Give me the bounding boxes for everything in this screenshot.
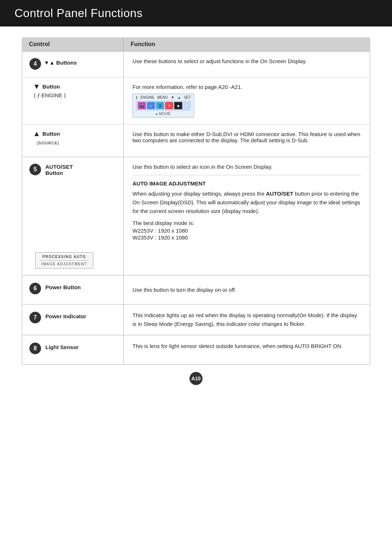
up-button-label: Button (42, 131, 60, 137)
fengine-icon-x: ✕ (165, 102, 173, 109)
page-number-badge: A10 (189, 372, 203, 385)
resolution2: W2353V : 1920 x 1080 (132, 234, 361, 241)
processing-box: PROCESSING AUTO IMAGE ADJUSTMENT (35, 252, 93, 269)
resolution1: W2253V : 1920 x 1080 (132, 228, 361, 234)
auto-image-section: AUTO IMAGE ADJUSTMENT When adjusting you… (132, 175, 361, 241)
header-function: Function (131, 41, 155, 47)
row-4-down-text: For more information, refer to page A20 … (132, 84, 242, 90)
badge-4: 4 (29, 58, 41, 70)
row-4-sub-up: ▲ Button (SOURCE) Use this button to mak… (22, 124, 370, 157)
row-5-label: AUTO/SETButton (45, 164, 73, 176)
fengine-icon-home: ⌂ (147, 102, 155, 109)
table-row-7: 7 Power Indicator This Indicator lights … (22, 304, 370, 335)
down-arrow-icon: ▼ (33, 82, 40, 91)
badge-6: 6 (29, 283, 41, 294)
row-5-control: 5 AUTO/SETButton PROCESSING AUTO IMAGE A… (22, 157, 124, 275)
auto-image-body: When adjusting your display settings, al… (132, 189, 361, 216)
fengine-display: ƒ ENGINE MENU ▼ ▲ SET 🎬 ⌂ 👤 (132, 94, 361, 118)
fengine-icon-dark: ■ (174, 102, 182, 109)
row-4-up-text: Use this button to make either D-Sub,DVI… (132, 131, 360, 143)
fengine-icon-movie: 🎬 (138, 102, 146, 109)
row-4-control: 4 ▼▲ Buttons (22, 52, 124, 77)
autoset-label: AUTO/SETButton (45, 164, 73, 176)
processing-box-container: PROCESSING AUTO IMAGE ADJUSTMENT (35, 249, 93, 269)
table-row-6: 6 Power Button Use this button to turn t… (22, 275, 370, 304)
row-5-function: Use this button to select an icon in the… (124, 157, 370, 275)
processing-line2: IMAGE ADJUSTMENT (40, 262, 89, 266)
fengine-icon-person: 👤 (156, 102, 164, 109)
table-header: Control Function (22, 37, 370, 52)
page-header: Control Panel Functions (0, 0, 392, 26)
row-6-function: Use this button to turn the display on o… (124, 275, 370, 304)
page-number-area: A10 (22, 365, 370, 389)
header-control: Control (29, 41, 116, 48)
row-5-intro: Use this button to select an icon in the… (132, 164, 361, 170)
badge-7: 7 (29, 312, 41, 323)
fengine-top-bar: ƒ ENGINE MENU ▼ ▲ SET (136, 95, 191, 99)
light-sensor-label: Light Sensor (45, 344, 79, 350)
best-display-text: The best display mode is: (132, 220, 361, 226)
row-7-function-text: This Indicator lights up as red when the… (132, 312, 357, 327)
main-table: 4 ▼▲ Buttons Use these buttons to select… (22, 52, 370, 365)
row-7-control: 7 Power Indicator (22, 304, 124, 335)
row-5-badge-area: 5 AUTO/SETButton (29, 164, 73, 176)
row-8-function-text: This is lens for light sensor sletect ou… (132, 343, 343, 349)
table-row: 4 ▼▲ Buttons Use these buttons to select… (22, 52, 370, 157)
row-6-control: 6 Power Button (22, 275, 124, 304)
row-4-sub-down: ▼ Button ( ƒ·ENGINE ) For more informati… (22, 77, 370, 124)
auto-image-title: AUTO IMAGE ADJUSTMENT (132, 180, 361, 187)
row-4-main: 4 ▼▲ Buttons Use these buttons to select… (22, 52, 370, 77)
row-4-down-control: ▼ Button ( ƒ·ENGINE ) (22, 77, 124, 124)
row-4-function: Use these buttons to select or adjust fu… (124, 52, 370, 77)
content-wrapper: Control Function 4 ▼▲ Buttons Use these … (0, 37, 392, 410)
row-7-function: This Indicator lights up as red when the… (124, 304, 370, 335)
row-4-up-function: Use this button to make either D-Sub,DVI… (124, 124, 370, 157)
row-8-control: 8 Light Sensor (22, 335, 124, 364)
row-4-function-text: Use these buttons to select or adjust fu… (132, 58, 307, 64)
up-arrow-icon: ▲ (33, 130, 40, 138)
source-label: (SOURCE) (37, 139, 116, 146)
down-button-label: Button (42, 83, 60, 90)
power-button-label: Power Button (45, 284, 81, 290)
table-row-8: 8 Light Sensor This is lens for light se… (22, 335, 370, 364)
table-row-5: 5 AUTO/SETButton PROCESSING AUTO IMAGE A… (22, 157, 370, 275)
power-indicator-label: Power Indicator (45, 313, 86, 319)
badge-8: 8 (29, 343, 41, 354)
fengine-label: ( ƒ·ENGINE ) (34, 92, 116, 99)
page-title: Control Panel Functions (15, 7, 377, 20)
row-6-function-text: Use this button to turn the display on o… (132, 287, 236, 293)
processing-line1: PROCESSING AUTO (40, 255, 89, 261)
row-4-down-function: For more information, refer to page A20 … (124, 77, 370, 124)
row-8-function: This is lens for light sensor sletect ou… (124, 335, 370, 364)
row-4-up-control: ▲ Button (SOURCE) (22, 124, 124, 157)
fengine-bottom-label: ▸ MOVIE (136, 112, 191, 116)
fengine-icons-row: 🎬 ⌂ 👤 ✕ ■ (136, 101, 191, 111)
badge-5: 5 (29, 164, 41, 175)
row-4-label: ▼▲ Buttons (44, 60, 77, 66)
